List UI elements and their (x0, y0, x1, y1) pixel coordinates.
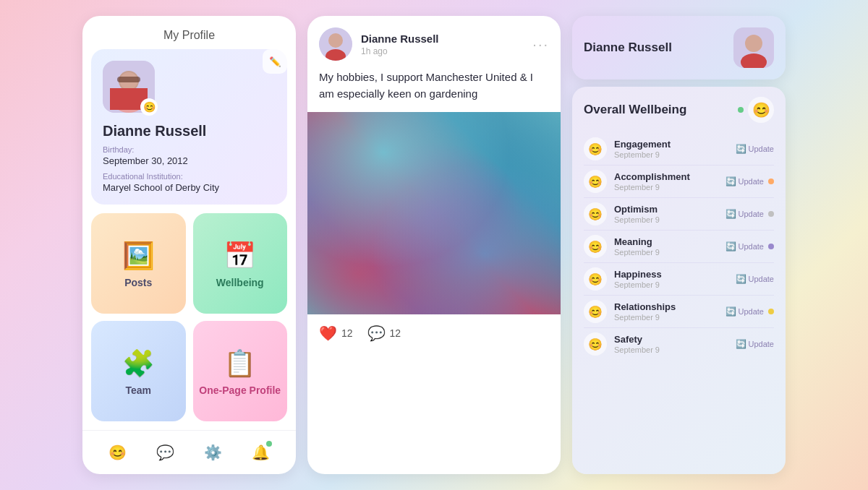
wellbeing-item-relationships: 😊 Relationships September 9 🔄 Update (584, 296, 774, 328)
optimism-info: Optimism September 9 (614, 204, 718, 224)
wellbeing-card: Overall Wellbeing 😊 😊 Engagement Septemb… (572, 87, 786, 474)
notifications-nav[interactable]: 🔔 (247, 439, 273, 465)
posts-label: Posts (124, 277, 152, 288)
refresh-icon: 🔄 (736, 144, 746, 154)
menu-item-wellbeing[interactable]: 📅 Wellbeing (193, 213, 288, 314)
relationships-icon: 😊 (584, 300, 607, 323)
refresh-icon: 🔄 (726, 241, 736, 252)
post-avatar (319, 27, 352, 61)
wellbeing-item-optimism: 😊 Optimism September 9 🔄 Update (584, 198, 774, 231)
profile-header-card: Dianne Russell (572, 16, 786, 79)
safety-update-button[interactable]: 🔄 Update (736, 339, 774, 349)
svg-rect-4 (117, 77, 140, 82)
happiness-icon: 😊 (584, 267, 607, 291)
birthday-label: Birthday: (103, 145, 276, 154)
menu-item-one-page[interactable]: 📋 One-Page Profile (193, 321, 288, 421)
team-label: Team (125, 384, 151, 396)
meaning-icon: 😊 (584, 235, 607, 258)
wellbeing-item-meaning: 😊 Meaning September 9 🔄 Update (584, 231, 774, 263)
refresh-icon: 🔄 (726, 209, 736, 219)
profile-name: Dianne Russell (103, 123, 276, 139)
engagement-icon: 😊 (584, 137, 607, 160)
one-page-icon: 📋 (224, 348, 256, 379)
home-nav[interactable]: 😊 (105, 439, 131, 465)
menu-item-posts[interactable]: 🖼️ Posts (91, 213, 186, 314)
wellbeing-icons: 😊 (738, 97, 774, 123)
happiness-info: Happiness September 9 (614, 269, 728, 289)
svg-point-7 (328, 33, 343, 48)
wellbeing-icon: 📅 (224, 241, 256, 271)
post-username: Dianne Russell (361, 33, 524, 45)
wellbeing-label: Wellbeing (216, 277, 264, 288)
accomplishment-update-button[interactable]: 🔄 Update (726, 176, 764, 186)
svg-point-10 (745, 35, 762, 52)
accomplishment-info: Accomplishment September 9 (614, 171, 718, 192)
like-count: 12 (341, 327, 353, 339)
right-panel: Dianne Russell Overall Wellbeing 😊 😊 Eng… (572, 16, 786, 474)
notification-badge (266, 441, 272, 447)
safety-icon: 😊 (584, 332, 607, 356)
middle-panel: Dianne Russell 1h ago ··· My hobbies, I … (307, 16, 561, 474)
institution-value: Maryel School of Derby City (103, 182, 276, 193)
post-actions: ❤️ 12 💬 12 (307, 314, 561, 352)
comment-button[interactable]: 💬 12 (367, 324, 401, 342)
refresh-icon: 🔄 (736, 339, 746, 349)
accomplishment-icon: 😊 (584, 170, 607, 193)
engagement-info: Engagement September 9 (614, 139, 728, 159)
wellbeing-title: Overall Wellbeing (584, 103, 686, 117)
happiness-update-button[interactable]: 🔄 Update (736, 274, 774, 284)
right-panel-username: Dianne Russell (584, 40, 672, 55)
meaning-update-button[interactable]: 🔄 Update (726, 241, 764, 252)
comment-icon: 💬 (367, 324, 386, 342)
edit-profile-button[interactable]: ✏️ (263, 49, 287, 74)
wellbeing-title-row: Overall Wellbeing 😊 (584, 97, 774, 123)
wellbeing-emoji: 😊 (748, 97, 774, 123)
refresh-icon: 🔄 (726, 176, 736, 186)
accomplishment-status-dot (768, 179, 774, 184)
menu-grid: 🖼️ Posts 📅 Wellbeing 🧩 Team 📋 One-Page P… (82, 205, 296, 430)
heart-icon: ❤️ (319, 324, 337, 342)
relationships-info: Relationships September 9 (614, 301, 718, 322)
avatar-emoji-badge: 😊 (140, 98, 158, 116)
institution-label: Educational Institution: (103, 172, 276, 181)
post-menu-button[interactable]: ··· (532, 36, 549, 53)
one-page-label: One-Page Profile (199, 384, 281, 396)
pencil-icon: ✏️ (269, 56, 281, 67)
left-panel: My Profile 😊 ✏️ Di (82, 16, 296, 474)
post-time: 1h ago (361, 46, 524, 56)
bottom-nav: 😊 💬 ⚙️ 🔔 (82, 430, 296, 474)
meaning-info: Meaning September 9 (614, 236, 718, 257)
profile-card: 😊 ✏️ Dianne Russell Birthday: September … (91, 49, 287, 205)
optimism-icon: 😊 (584, 202, 607, 225)
engagement-update-button[interactable]: 🔄 Update (736, 144, 774, 154)
right-panel-avatar (733, 27, 774, 68)
comment-count: 12 (390, 327, 401, 339)
optimism-update-button[interactable]: 🔄 Update (726, 209, 764, 219)
menu-item-team[interactable]: 🧩 Team (91, 321, 186, 421)
wellbeing-item-safety: 😊 Safety September 9 🔄 Update (584, 328, 774, 360)
relationships-update-button[interactable]: 🔄 Update (726, 306, 764, 317)
team-icon: 🧩 (122, 348, 155, 379)
optimism-status-dot (768, 211, 774, 217)
relationships-status-dot (768, 309, 774, 314)
post-text: My hobbies, I support Manchester United … (307, 69, 561, 112)
avatar-container: 😊 (103, 61, 155, 113)
messages-nav[interactable]: 💬 (153, 439, 179, 465)
wellbeing-item-happiness: 😊 Happiness September 9 🔄 Update (584, 263, 774, 296)
wellbeing-status-dot (738, 107, 744, 113)
post-user-info: Dianne Russell 1h ago (361, 33, 524, 56)
posts-icon: 🖼️ (122, 241, 155, 271)
post-image-content (307, 112, 561, 314)
like-button[interactable]: ❤️ 12 (319, 324, 353, 342)
safety-info: Safety September 9 (614, 334, 728, 354)
post-image (307, 112, 561, 314)
page-title: My Profile (82, 16, 296, 49)
settings-nav[interactable]: ⚙️ (200, 439, 226, 465)
post-header: Dianne Russell 1h ago ··· (307, 16, 561, 69)
refresh-icon: 🔄 (736, 274, 746, 284)
birthday-value: September 30, 2012 (103, 155, 276, 166)
wellbeing-item-accomplishment: 😊 Accomplishment September 9 🔄 Update (584, 166, 774, 198)
wellbeing-item-engagement: 😊 Engagement September 9 🔄 Update (584, 133, 774, 166)
refresh-icon: 🔄 (726, 306, 736, 317)
meaning-status-dot (768, 244, 774, 249)
